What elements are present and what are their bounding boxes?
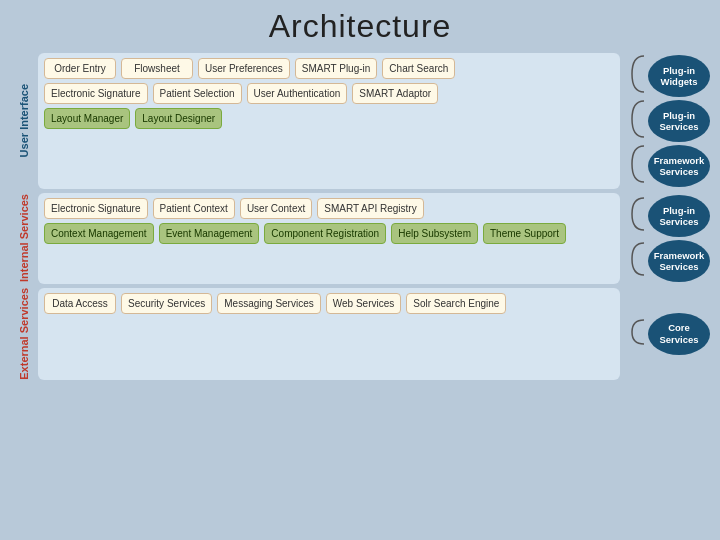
- row-internal-services-1: Context ManagementEvent ManagementCompon…: [44, 223, 614, 244]
- box-internal-services-0-2: User Context: [240, 198, 312, 219]
- box-internal-services-1-2: Component Registration: [264, 223, 386, 244]
- brace-user-interface-0: [628, 55, 646, 97]
- box-external-services-0-0: Data Access: [44, 293, 116, 314]
- oval-internal-services-1: Framework Services: [648, 240, 710, 282]
- brace-internal-services-0: [628, 197, 646, 235]
- box-user-interface-0-4: Chart Search: [382, 58, 455, 79]
- brace-external-services-0: [628, 319, 646, 349]
- brace-internal-services-1: [628, 242, 646, 280]
- section-internal-services: Internal ServicesElectronic SignaturePat…: [10, 193, 710, 284]
- box-internal-services-1-4: Theme Support: [483, 223, 566, 244]
- box-user-interface-0-2: User Preferences: [198, 58, 290, 79]
- box-user-interface-2-0: Layout Manager: [44, 108, 130, 129]
- box-internal-services-1-0: Context Management: [44, 223, 154, 244]
- box-user-interface-1-1: Patient Selection: [153, 83, 242, 104]
- page: Architecture User InterfaceOrder EntryFl…: [0, 0, 720, 540]
- box-external-services-0-2: Messaging Services: [217, 293, 320, 314]
- section-label-external-services: External Services: [18, 288, 30, 380]
- oval-user-interface-0: Plug-in Widgets: [648, 55, 710, 97]
- box-user-interface-2-1: Layout Designer: [135, 108, 222, 129]
- oval-user-interface-1: Plug-in Services: [648, 100, 710, 142]
- box-internal-services-1-3: Help Subsystem: [391, 223, 478, 244]
- section-label-internal-services: Internal Services: [18, 194, 30, 282]
- row-internal-services-0: Electronic SignaturePatient ContextUser …: [44, 198, 614, 219]
- box-user-interface-1-0: Electronic Signature: [44, 83, 148, 104]
- box-external-services-0-4: Solr Search Engine: [406, 293, 506, 314]
- box-internal-services-0-1: Patient Context: [153, 198, 235, 219]
- box-user-interface-0-1: Flowsheet: [121, 58, 193, 79]
- brace-user-interface-2: [628, 145, 646, 187]
- box-user-interface-0-3: SMART Plug-in: [295, 58, 378, 79]
- row-external-services-0: Data AccessSecurity ServicesMessaging Se…: [44, 293, 614, 314]
- box-external-services-0-3: Web Services: [326, 293, 402, 314]
- section-user-interface: User InterfaceOrder EntryFlowsheetUser P…: [10, 53, 710, 189]
- box-user-interface-1-2: User Authentication: [247, 83, 348, 104]
- section-external-services: External ServicesData AccessSecurity Ser…: [10, 288, 710, 380]
- architecture-diagram: User InterfaceOrder EntryFlowsheetUser P…: [10, 53, 710, 380]
- box-user-interface-0-0: Order Entry: [44, 58, 116, 79]
- section-label-user-interface: User Interface: [18, 84, 30, 157]
- brace-user-interface-1: [628, 100, 646, 142]
- box-user-interface-1-3: SMART Adaptor: [352, 83, 438, 104]
- oval-external-services-0: Core Services: [648, 313, 710, 355]
- row-user-interface-2: Layout ManagerLayout Designer: [44, 108, 614, 129]
- box-internal-services-1-1: Event Management: [159, 223, 260, 244]
- oval-internal-services-0: Plug-in Services: [648, 195, 710, 237]
- row-user-interface-0: Order EntryFlowsheetUser PreferencesSMAR…: [44, 58, 614, 79]
- page-title: Architecture: [10, 8, 710, 45]
- row-user-interface-1: Electronic SignaturePatient SelectionUse…: [44, 83, 614, 104]
- box-external-services-0-1: Security Services: [121, 293, 212, 314]
- box-internal-services-0-3: SMART API Registry: [317, 198, 423, 219]
- box-internal-services-0-0: Electronic Signature: [44, 198, 148, 219]
- oval-user-interface-2: Framework Services: [648, 145, 710, 187]
